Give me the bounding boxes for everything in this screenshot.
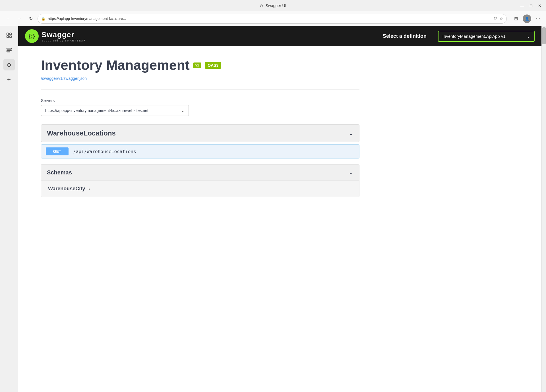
sidebar-icon-bookmarks[interactable] (3, 30, 15, 41)
servers-dropdown-text: https://apiapp-inventorymanagement-kc.az… (45, 108, 179, 113)
api-title-section: Inventory Management v1 OAS3 /swagger/v1… (41, 57, 359, 90)
schemas-section: Schemas ⌄ WarehouseCity › (41, 164, 359, 197)
shield-icon: 🛡 (494, 16, 497, 21)
svg-rect-5 (7, 50, 11, 51)
servers-label: Servers (41, 98, 359, 103)
api-title-row: Inventory Management v1 OAS3 (41, 57, 359, 73)
svg-rect-0 (7, 33, 8, 35)
schemas-chevron-icon: ⌄ (349, 169, 353, 176)
tab-favicon: ⊙ (260, 3, 263, 8)
address-text: https://apiapp-inventorymanagement-kc.az… (48, 16, 491, 21)
svg-rect-3 (9, 36, 11, 37)
section-title: WarehouseLocations (47, 129, 349, 137)
swagger-logo-sub: Supported by SMARTBEAR (42, 39, 86, 42)
section-chevron-icon: ⌄ (349, 130, 353, 137)
collections-button[interactable]: ⊞ (511, 14, 520, 23)
close-button[interactable]: ✕ (538, 3, 541, 8)
definition-dropdown[interactable]: InventoryManagement.ApiApp v1 ⌄ (438, 31, 535, 42)
swagger-logo-text: Swagger Supported by SMARTBEAR (42, 30, 86, 42)
endpoint-row-get-warehouse-locations[interactable]: GET /api/WarehouseLocations (41, 144, 359, 159)
http-method-get: GET (46, 147, 69, 155)
servers-chevron-icon: ⌄ (181, 108, 185, 113)
star-icon[interactable]: ☆ (500, 16, 503, 21)
sidebar-icon-add[interactable]: + (3, 74, 15, 85)
sidebar-icon-history[interactable] (3, 44, 15, 56)
browser-titlebar: ⊙ Swagger UI — □ ✕ (0, 0, 546, 11)
servers-dropdown[interactable]: https://apiapp-inventorymanagement-kc.az… (41, 105, 189, 116)
lock-icon: 🔒 (41, 17, 46, 21)
forward-button[interactable]: → (15, 14, 24, 23)
swagger-logo-icon: {;} (25, 29, 39, 43)
browser-toolbar: ← → ↻ 🔒 https://apiapp-inventorymanageme… (0, 11, 546, 26)
select-definition-label: Select a definition (383, 33, 427, 39)
window-controls: — □ ✕ (520, 3, 541, 8)
section-header-warehouse-locations[interactable]: WarehouseLocations ⌄ (41, 124, 359, 142)
schemas-title: Schemas (47, 169, 349, 176)
browser-body: ⊙ + {;} Swagger Supported by SMARTBEAR S… (0, 26, 546, 392)
servers-section: Servers https://apiapp-inventorymanageme… (41, 98, 359, 116)
swagger-json-link[interactable]: /swagger/v1/swagger.json (41, 76, 87, 81)
titlebar-title: ⊙ Swagger UI (260, 3, 286, 8)
minimize-button[interactable]: — (520, 3, 524, 8)
schema-item-warehouse-city[interactable]: WarehouseCity › (41, 180, 359, 197)
toolbar-right: ⊞ 👤 ⋯ (511, 14, 543, 23)
svg-rect-6 (7, 51, 10, 52)
swagger-main: Inventory Management v1 OAS3 /swagger/v1… (18, 46, 382, 208)
tab-title: Swagger UI (265, 3, 286, 8)
browser-sidebar: ⊙ + (0, 26, 18, 392)
maximize-button[interactable]: □ (530, 3, 532, 8)
svg-rect-1 (7, 36, 8, 37)
refresh-button[interactable]: ↻ (26, 14, 35, 23)
page-content: {;} Swagger Supported by SMARTBEAR Selec… (18, 26, 541, 392)
right-scrollbar[interactable] (541, 26, 546, 392)
definition-dropdown-text: InventoryManagement.ApiApp v1 (442, 34, 524, 39)
schemas-header[interactable]: Schemas ⌄ (41, 164, 359, 180)
swagger-logo: {;} Swagger Supported by SMARTBEAR (25, 29, 86, 43)
back-button[interactable]: ← (3, 14, 13, 23)
scrollbar-thumb[interactable] (542, 27, 546, 44)
menu-button[interactable]: ⋯ (533, 14, 543, 23)
swagger-header: {;} Swagger Supported by SMARTBEAR Selec… (18, 26, 541, 46)
swagger-logo-name: Swagger (42, 30, 86, 39)
endpoint-path: /api/WarehouseLocations (73, 149, 136, 154)
warehouse-locations-section: WarehouseLocations ⌄ GET /api/WarehouseL… (41, 124, 359, 159)
svg-rect-2 (9, 33, 11, 35)
schema-name: WarehouseCity (48, 186, 85, 192)
oas-badge: OAS3 (205, 62, 221, 69)
svg-rect-4 (7, 48, 11, 49)
version-badge: v1 (193, 62, 201, 68)
schema-expand-icon: › (88, 186, 90, 191)
api-title: Inventory Management (41, 57, 190, 73)
sidebar-icon-swagger[interactable]: ⊙ (3, 59, 15, 70)
avatar: 👤 (523, 14, 531, 23)
address-bar[interactable]: 🔒 https://apiapp-inventorymanagement-kc.… (38, 14, 507, 24)
chevron-down-icon: ⌄ (526, 34, 530, 39)
